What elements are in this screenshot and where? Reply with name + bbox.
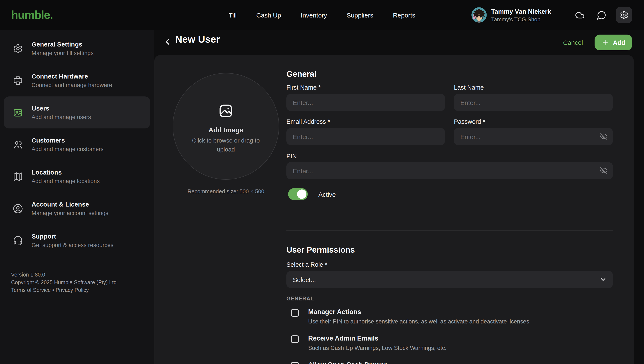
password-label: Password * — [454, 118, 485, 125]
section-divider — [286, 230, 613, 231]
page-title: New User — [175, 34, 220, 45]
top-bar: humble. Till Cash Up Inventory Suppliers… — [0, 0, 644, 30]
last-name-field — [454, 94, 613, 111]
sidebar: General Settings Manage your till settin… — [0, 30, 154, 364]
avatar[interactable] — [472, 7, 487, 23]
sidebar-footer: Version 1.80.0 Copyright © 2025 Humble S… — [11, 271, 116, 294]
image-upload-dropzone[interactable]: Add Image Click to browse or drag to upl… — [172, 73, 279, 180]
sidebar-item-label: Locations — [32, 168, 100, 176]
chat-icon[interactable] — [597, 10, 606, 20]
sidebar-item-general-settings[interactable]: General Settings Manage your till settin… — [4, 33, 150, 64]
user-shop: Tammy's TCG Shop — [491, 17, 551, 22]
footer-separator: • — [52, 287, 54, 293]
sidebar-item-desc: Connect and manage hardware — [32, 82, 112, 88]
last-name-label: Last Name — [454, 84, 484, 91]
toggle-knob — [297, 190, 306, 199]
privacy-link[interactable]: Privacy Policy — [56, 287, 89, 293]
cancel-button[interactable]: Cancel — [563, 39, 583, 46]
sidebar-item-label: Customers — [32, 136, 104, 144]
printer-icon — [13, 75, 23, 86]
settings-button[interactable] — [616, 7, 632, 23]
first-name-label: First Name * — [286, 84, 321, 91]
active-toggle[interactable] — [288, 188, 308, 200]
nav-cash-up[interactable]: Cash Up — [256, 11, 281, 19]
nav-till[interactable]: Till — [229, 11, 236, 19]
user-permissions-heading: User Permissions — [286, 245, 355, 255]
sidebar-item-label: Users — [32, 105, 91, 112]
copyright-text: Copyright © 2025 Humble Software (Pty) L… — [11, 279, 116, 286]
permission-title: Allow Open Cash Drawer — [308, 361, 387, 364]
pin-field — [286, 162, 613, 179]
sidebar-item-desc: Add and manage customers — [32, 146, 104, 152]
eye-off-icon[interactable] — [600, 166, 608, 174]
user-cluster[interactable]: Tammy Van Niekerk Tammy's TCG Shop — [472, 0, 632, 30]
map-icon — [13, 171, 23, 181]
email-input[interactable] — [286, 128, 468, 145]
sidebar-item-label: General Settings — [32, 41, 94, 48]
active-toggle-label: Active — [318, 191, 336, 198]
password-field — [454, 128, 613, 145]
permission-desc: Such as Cash Up Warnings, Low Stock Warn… — [308, 345, 446, 351]
general-heading: General — [286, 70, 317, 79]
email-field — [286, 128, 445, 145]
nav-inventory[interactable]: Inventory — [301, 11, 327, 19]
terms-link[interactable]: Terms of Service — [11, 287, 51, 293]
sidebar-item-support[interactable]: Support Get support & access resources — [4, 225, 150, 256]
version-text: Version 1.80.0 — [11, 271, 116, 279]
app-window: humble. Till Cash Up Inventory Suppliers… — [0, 0, 644, 364]
sidebar-item-desc: Get support & access resources — [32, 242, 113, 248]
user-name: Tammy Van Niekerk — [491, 8, 551, 14]
user-text: Tammy Van Niekerk Tammy's TCG Shop — [491, 8, 551, 22]
role-select[interactable]: Select... — [286, 271, 613, 288]
sidebar-item-customers[interactable]: Customers Add and manage customers — [4, 128, 150, 160]
permissions-group-label: GENERAL — [286, 296, 314, 302]
permission-desc: Use their PIN to authorise sensitive act… — [308, 318, 529, 325]
header-actions: Cancel Add — [563, 31, 632, 53]
upload-title: Add Image — [208, 126, 243, 134]
upload-hint: Recommended size: 500 × 500 — [162, 188, 290, 195]
sidebar-item-desc: Add and manage locations — [32, 178, 100, 184]
user-form: General First Name * Last Name Email Add… — [286, 55, 613, 364]
people-icon — [13, 139, 23, 149]
permission-title: Receive Admin Emails — [308, 334, 378, 342]
sidebar-item-desc: Manage your account settings — [32, 210, 108, 216]
sidebar-item-connect-hardware[interactable]: Connect Hardware Connect and manage hard… — [4, 64, 150, 96]
chevron-down-icon — [599, 276, 607, 283]
pin-input[interactable] — [286, 162, 634, 179]
add-button[interactable]: Add — [594, 34, 632, 50]
nav-reports[interactable]: Reports — [393, 11, 415, 19]
allow-open-cash-drawer-checkbox[interactable] — [291, 362, 299, 364]
sidebar-item-locations[interactable]: Locations Add and manage locations — [4, 160, 150, 193]
eye-off-icon[interactable] — [600, 132, 608, 140]
role-select-value: Select... — [293, 276, 316, 283]
sidebar-item-label: Account & License — [32, 201, 108, 208]
sidebar-list: General Settings Manage your till settin… — [0, 30, 154, 256]
permission-title: Manager Actions — [308, 308, 361, 316]
plus-icon — [602, 38, 609, 46]
first-name-field — [286, 94, 445, 111]
back-chevron-icon — [163, 37, 172, 47]
headset-icon — [13, 235, 23, 246]
first-name-input[interactable] — [286, 94, 468, 111]
new-user-form-card: Add Image Click to browse or drag to upl… — [154, 55, 634, 364]
gear-icon — [620, 11, 628, 20]
sidebar-item-users[interactable]: Users Add and manage users — [4, 96, 150, 128]
receive-admin-emails-checkbox[interactable] — [291, 335, 299, 343]
page-header: New User Cancel Add — [154, 30, 644, 55]
cloud-icon[interactable] — [575, 10, 585, 20]
last-name-input[interactable] — [454, 94, 634, 111]
manager-actions-checkbox[interactable] — [291, 309, 299, 317]
nav-suppliers[interactable]: Suppliers — [347, 11, 373, 19]
sidebar-item-account-license[interactable]: Account & License Manage your account se… — [4, 193, 150, 225]
sidebar-item-label: Connect Hardware — [32, 73, 112, 80]
id-card-icon — [13, 107, 23, 118]
add-button-label: Add — [613, 39, 625, 46]
sidebar-item-desc: Add and manage users — [32, 114, 91, 120]
back-button[interactable] — [163, 34, 175, 50]
gear-icon — [13, 43, 23, 54]
upload-subtitle: Click to browse or drag to upload — [190, 136, 262, 154]
sidebar-item-label: Support — [32, 233, 113, 240]
sidebar-item-desc: Manage your till settings — [32, 50, 94, 56]
email-label: Email Address * — [286, 118, 330, 125]
role-label: Select a Role * — [286, 261, 327, 268]
